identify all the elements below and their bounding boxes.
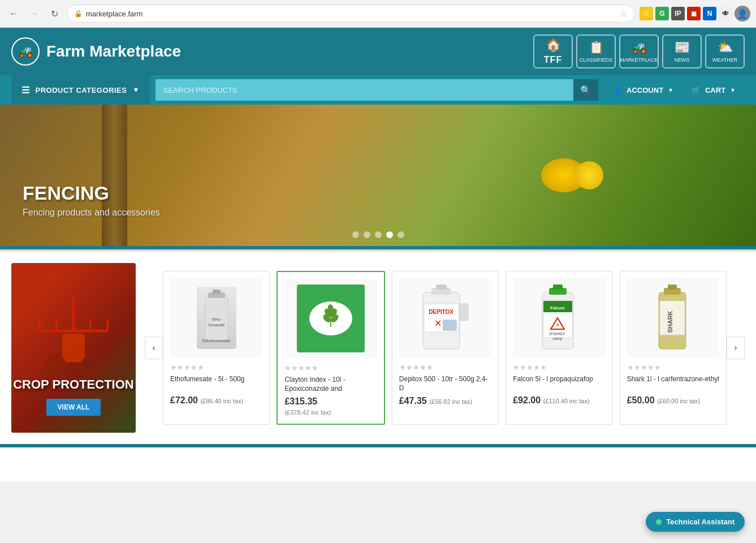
browser-back-button[interactable]: ←: [6, 6, 21, 21]
search-button[interactable]: 🔍: [573, 79, 598, 101]
hero-title: FENCING: [23, 182, 160, 204]
hero-banner: FENCING Fencing products and accessories: [0, 105, 756, 246]
cart-chevron: ▼: [730, 87, 736, 93]
search-container: 🔍: [155, 79, 598, 101]
ext-icon-2[interactable]: G: [655, 7, 669, 20]
search-input[interactable]: [155, 79, 573, 101]
svg-text:SHARK: SHARK: [667, 311, 673, 333]
nav-icon-news[interactable]: 📰 NEWS: [662, 35, 702, 68]
products-section: CROP PROTECTION VIEW ALL ‹ Ethofumasate …: [0, 252, 756, 444]
address-bar[interactable]: 🔒 marketplace.farm ☆: [67, 5, 635, 23]
bottom-space: [0, 447, 756, 481]
product-carousel: ‹ Ethofumasate Etho- fumasate: [145, 263, 745, 433]
ext-icon-3[interactable]: IP: [671, 7, 685, 20]
svg-rect-29: [443, 320, 457, 331]
product-name-5: Shark 1l - l carfentrazone-ethyl: [627, 375, 719, 392]
svg-text:fumasate: fumasate: [208, 323, 224, 327]
svg-text:DEPITOX: DEPITOX: [429, 309, 453, 315]
fence-post: [102, 105, 127, 246]
product-name-1: Ethofumesate - 5l - 500g: [170, 375, 262, 392]
hero-dot-3[interactable]: [375, 231, 382, 238]
hero-dot-4[interactable]: [386, 231, 393, 238]
ext-icon-4[interactable]: ◼: [687, 7, 701, 20]
product-price-1: £72.00 (£86.40 inc tax): [170, 395, 262, 406]
product-image-falcon: Falcon A propaqui- zafop: [513, 278, 605, 357]
product-stars-4: ★★★★★: [513, 363, 605, 372]
nav-bar: ☰ PRODUCT CATEGORIES ▼ 🔍 👤 ACCOUNT ▼ 🛒 C…: [0, 75, 756, 105]
spray-illustration: [11, 274, 136, 387]
view-all-button[interactable]: VIEW ALL: [46, 399, 101, 416]
svg-text:zafop: zafop: [552, 337, 562, 341]
account-button[interactable]: 👤 ACCOUNT ▼: [604, 75, 682, 105]
carousel-next-button[interactable]: ›: [727, 337, 745, 359]
site-title: Farm Marketplace: [46, 42, 181, 61]
hero-subtitle: Fencing products and accessories: [23, 208, 160, 218]
product-image-shark: SHARK: [627, 278, 719, 357]
svg-rect-12: [213, 290, 221, 294]
account-icon: 👤: [613, 86, 622, 94]
product-image-clayton: [284, 279, 377, 358]
hero-dot-1[interactable]: [352, 231, 359, 238]
ext-icon-5[interactable]: N: [703, 7, 716, 20]
product-cards-container: Ethofumasate Etho- fumasate ★★★★★ Ethofu…: [163, 271, 727, 425]
product-name-3: Depitox 500 - 10tr - 500g 2,4-D: [399, 375, 491, 393]
svg-text:Etho-: Etho-: [211, 317, 221, 321]
svg-text:✕: ✕: [434, 318, 442, 328]
nav-icon-weather[interactable]: ⛅ WEATHER: [705, 35, 745, 68]
product-price-3: £47.35 (£56.82 inc tax): [399, 396, 491, 406]
product-card-shark: SHARK ★★★★★ Shark 1l - l carfentrazone-e…: [620, 271, 727, 425]
product-card-depitox: DEPITOX ✕ ★★★★★ Depitox 500 - 10tr - 500…: [392, 271, 499, 425]
product-price-5: £50.00 (£60.00 inc tax): [627, 395, 719, 406]
chevron-down-icon: ▼: [132, 86, 139, 94]
category-feature: CROP PROTECTION VIEW ALL: [11, 263, 136, 433]
header-nav-icons: 🏠 TFF 📋 CLASSIFIEDS 🚜 MARKETPLACE 📰 NEWS…: [533, 35, 745, 68]
product-card-falcon: Falcon A propaqui- zafop ★★★★★ Falcon 5l…: [506, 271, 612, 425]
svg-text:propaqui-: propaqui-: [549, 331, 566, 336]
browser-forward-button[interactable]: →: [26, 6, 42, 21]
hero-dot-5[interactable]: [398, 231, 404, 238]
nav-icon-classifieds[interactable]: 📋 CLASSIFIEDS: [576, 35, 616, 68]
product-categories-button[interactable]: ☰ PRODUCT CATEGORIES ▼: [11, 75, 150, 105]
fence-insulator: [541, 158, 586, 192]
product-card-ethofumesate: Ethofumasate Etho- fumasate ★★★★★ Ethofu…: [163, 271, 270, 425]
product-image-depitox: DEPITOX ✕: [399, 278, 491, 357]
svg-text:A: A: [556, 322, 559, 327]
product-price-4: £92.00 (£110.40 inc tax): [513, 395, 605, 406]
cart-icon: 🛒: [692, 86, 701, 94]
svg-rect-25: [436, 285, 447, 290]
product-img-clayton: [297, 285, 365, 352]
bookmark-icon[interactable]: ☆: [620, 8, 628, 19]
browser-refresh-button[interactable]: ↻: [46, 6, 62, 21]
cart-button[interactable]: 🛒 CART ▼: [682, 75, 745, 105]
user-avatar[interactable]: 👤: [735, 6, 750, 21]
product-price-2: £315.35 (£378.42 inc tax): [284, 397, 377, 417]
browser-chrome: ← → ↻ 🔒 marketplace.farm ☆ ⭐ G IP ◼ N 👁 …: [0, 0, 756, 28]
svg-rect-23: [460, 304, 468, 321]
ext-icon-1[interactable]: ⭐: [640, 7, 653, 20]
menu-icon: ☰: [21, 85, 30, 96]
product-stars-2: ★★★★★: [284, 364, 377, 372]
product-image-ethofumesate: Ethofumasate Etho- fumasate: [170, 278, 262, 357]
svg-text:Falcon: Falcon: [550, 305, 565, 311]
product-name-4: Falcon 5l - l propaquizafop: [513, 375, 605, 392]
account-label: ACCOUNT: [627, 86, 663, 94]
product-stars-5: ★★★★★: [627, 363, 719, 372]
hero-content: FENCING Fencing products and accessories: [23, 182, 160, 218]
svg-point-9: [82, 356, 99, 373]
svg-rect-7: [62, 334, 85, 362]
url-text: marketplace.farm: [86, 10, 614, 18]
hero-dot-2[interactable]: [364, 231, 370, 238]
product-img: Ethofumasate Etho- fumasate: [197, 287, 236, 349]
categories-label: PRODUCT CATEGORIES: [36, 86, 127, 94]
lock-icon: 🔒: [74, 10, 83, 18]
product-stars-1: ★★★★★: [170, 363, 262, 372]
product-name-2: Clayton Index - 10l - Epoxiconazole and: [284, 376, 377, 393]
browser-extensions: ⭐ G IP ◼ N 👁 👤: [640, 6, 750, 21]
svg-point-8: [48, 356, 65, 373]
nav-icon-marketplace[interactable]: 🚜 MARKETPLACE: [619, 35, 659, 68]
ext-icon-6[interactable]: 👁: [719, 7, 732, 20]
nav-icon-tff[interactable]: 🏠 TFF: [533, 35, 573, 68]
carousel-prev-button[interactable]: ‹: [145, 337, 163, 359]
site-logo[interactable]: 🚜 Farm Marketplace: [11, 37, 181, 66]
svg-rect-32: [553, 285, 563, 290]
